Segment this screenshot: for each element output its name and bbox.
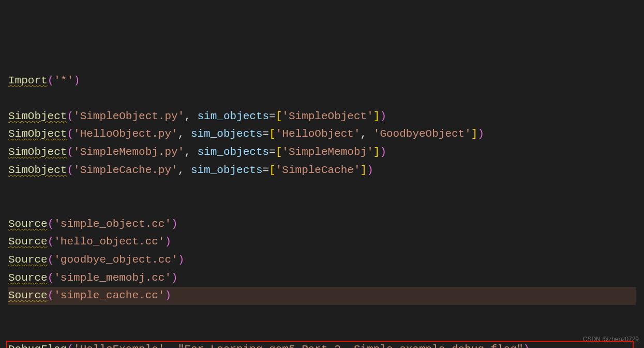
token-str: 'simple_object.cc'	[54, 218, 171, 230]
token-paren: )	[380, 146, 386, 158]
token-paren: (	[67, 128, 73, 140]
token-kwarg: sim_objects	[191, 128, 263, 140]
token-str: 'GoodbyeObject'	[373, 128, 471, 140]
code-line-11[interactable]: Source('simple_memobj.cc')	[8, 269, 636, 287]
token-op: =	[263, 164, 269, 176]
token-op: =	[269, 146, 276, 158]
token-paren: (	[67, 110, 73, 122]
token-paren: )	[171, 272, 178, 284]
token-op: ,	[184, 110, 197, 122]
code-line-3[interactable]: SimObject('HelloObject.py', sim_objects=…	[8, 125, 636, 143]
token-bracket: [	[276, 110, 282, 122]
token-op: =	[263, 128, 269, 140]
token-paren: (	[48, 272, 54, 284]
token-str: 'HelloObject.py'	[73, 128, 178, 140]
token-paren: (	[67, 343, 73, 348]
code-line-9[interactable]: Source('hello_object.cc')	[8, 233, 636, 251]
token-paren: (	[48, 289, 54, 301]
token-paren: (	[48, 75, 54, 86]
token-kwarg: sim_objects	[191, 164, 263, 176]
token-func: SimObject	[8, 146, 67, 158]
token-func: Source	[8, 289, 48, 301]
token-paren: (	[48, 254, 54, 266]
token-op: =	[269, 110, 276, 122]
token-paren: )	[164, 289, 171, 301]
token-bracket: ]	[471, 128, 478, 140]
token-str: 'goodbye_object.cc'	[54, 254, 177, 266]
watermark-text: CSDN @zhenz0729	[583, 335, 639, 345]
token-str: 'HelloExample'	[73, 343, 164, 348]
code-line-4[interactable]: SimObject('SimpleMemobj.py', sim_objects…	[8, 143, 636, 162]
token-bracket: [	[276, 146, 282, 158]
token-paren: )	[178, 254, 185, 266]
token-func: Source	[8, 236, 48, 248]
token-bracket: ]	[361, 164, 367, 176]
token-func: SimObject	[8, 164, 67, 176]
token-str: '*'	[54, 75, 73, 86]
token-str: "For Learning gem5 Part 2. Simple exampl…	[178, 343, 523, 348]
token-op: ,	[178, 164, 191, 176]
token-func: Source	[8, 218, 48, 230]
token-str: 'HelloObject'	[276, 128, 361, 140]
token-kwarg: sim_objects	[198, 146, 269, 158]
code-line-13[interactable]	[8, 305, 636, 323]
token-bracket: [	[269, 164, 276, 176]
code-line-14[interactable]	[8, 323, 636, 341]
token-paren: (	[67, 146, 73, 158]
token-paren: )	[477, 128, 484, 140]
code-line-12[interactable]: Source('simple_cache.cc')	[8, 287, 636, 305]
token-op: ,	[164, 343, 177, 348]
token-str: 'SimpleObject'	[282, 110, 373, 122]
token-func: SimObject	[8, 110, 67, 122]
token-paren: (	[67, 164, 73, 176]
token-paren: )	[73, 75, 80, 86]
token-paren: )	[367, 164, 373, 176]
code-line-2[interactable]: SimObject('SimpleObject.py', sim_objects…	[8, 108, 636, 126]
token-bracket: ]	[373, 110, 380, 122]
token-func: DebugFlag	[8, 343, 67, 348]
token-bracket: ]	[373, 146, 380, 158]
token-kwarg: sim_objects	[198, 110, 269, 122]
token-func: Source	[8, 272, 48, 284]
code-line-5[interactable]: SimObject('SimpleCache.py', sim_objects=…	[8, 162, 636, 180]
token-func: Import	[8, 75, 48, 86]
code-line-7[interactable]	[8, 197, 636, 215]
token-paren: (	[48, 218, 54, 230]
token-func: SimObject	[8, 128, 67, 140]
token-paren: (	[48, 236, 54, 248]
token-str: 'SimpleCache.py'	[73, 164, 178, 176]
token-str: 'simple_memobj.cc'	[54, 272, 171, 284]
token-paren: )	[171, 218, 178, 230]
token-op: ,	[361, 128, 373, 140]
code-line-15[interactable]: DebugFlag('HelloExample', "For Learning …	[8, 341, 636, 348]
token-paren: )	[380, 110, 386, 122]
token-str: 'SimpleMemobj'	[282, 146, 373, 158]
code-line-1[interactable]	[8, 90, 636, 108]
token-paren: )	[164, 236, 171, 248]
token-str: 'hello_object.cc'	[54, 236, 164, 248]
token-func: Source	[8, 254, 48, 266]
token-op: ,	[178, 128, 191, 140]
code-line-6[interactable]	[8, 179, 636, 197]
token-bracket: [	[269, 128, 276, 140]
token-paren: )	[523, 343, 530, 348]
token-str: 'SimpleObject.py'	[73, 110, 184, 122]
token-op: ,	[184, 146, 197, 158]
code-editor[interactable]: Import('*') SimObject('SimpleObject.py',…	[8, 72, 636, 348]
code-line-0[interactable]: Import('*')	[8, 72, 636, 90]
code-line-8[interactable]: Source('simple_object.cc')	[8, 215, 636, 234]
code-line-10[interactable]: Source('goodbye_object.cc')	[8, 251, 636, 269]
token-str: 'SimpleMemobj.py'	[73, 146, 184, 158]
token-str: 'SimpleCache'	[276, 164, 361, 176]
token-str: 'simple_cache.cc'	[54, 289, 164, 301]
